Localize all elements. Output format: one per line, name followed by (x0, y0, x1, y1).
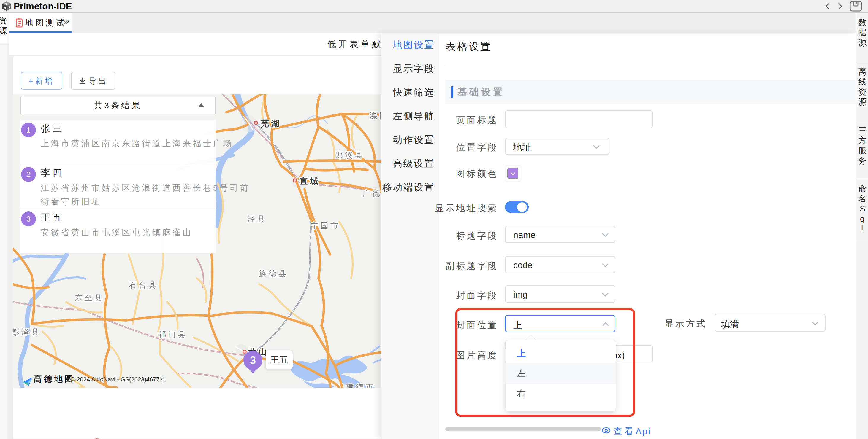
svg-text:建德市: 建德市 (346, 383, 375, 388)
svg-text:旌德县: 旌德县 (259, 269, 288, 278)
svg-text:石台县: 石台县 (129, 281, 158, 290)
svg-text:郎溪县: 郎溪县 (335, 151, 365, 160)
svg-text:溧阳: 溧阳 (370, 111, 381, 120)
svg-text:宁国市: 宁国市 (311, 221, 340, 230)
svg-text:祁门县: 祁门县 (158, 330, 188, 339)
svg-text:3: 3 (250, 354, 256, 366)
svg-text:泾县: 泾县 (247, 214, 267, 223)
svg-text:芜湖: 芜湖 (260, 119, 281, 128)
svg-text:彭泽县: 彭泽县 (13, 328, 41, 336)
svg-text:广德市: 广德市 (363, 189, 381, 198)
svg-text:宣城: 宣城 (300, 176, 320, 186)
svg-text:东至县: 东至县 (75, 293, 104, 302)
